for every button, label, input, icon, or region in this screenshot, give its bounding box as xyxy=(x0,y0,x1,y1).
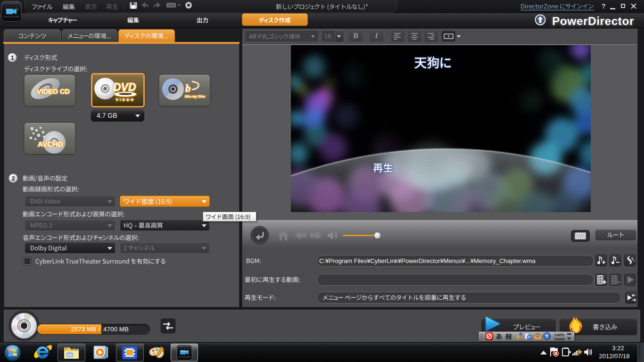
svg-text:DVD: DVD xyxy=(113,81,136,93)
svg-text:VIDEO CD: VIDEO CD xyxy=(37,88,70,95)
svg-text:VIDEO: VIDEO xyxy=(116,98,135,102)
svg-text:AVCHD: AVCHD xyxy=(38,140,63,148)
svg-text:Blu-ray Disc: Blu-ray Disc xyxy=(185,94,206,99)
svg-text:b: b xyxy=(185,82,191,94)
